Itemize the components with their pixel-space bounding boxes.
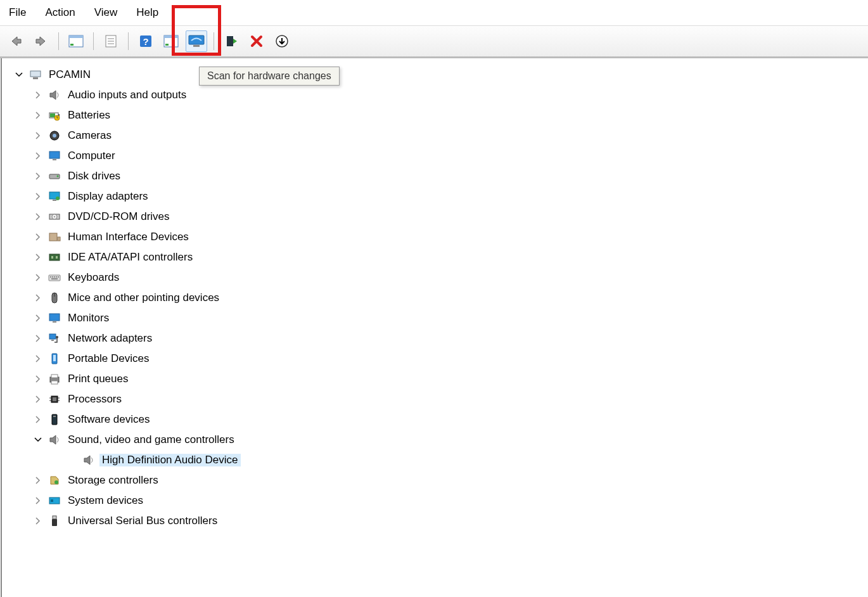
tree-item-label[interactable]: DVD/CD-ROM drives — [65, 210, 172, 223]
tree-item[interactable]: Monitors — [29, 308, 865, 328]
svg-point-27 — [57, 176, 59, 177]
tree-item[interactable]: Batteries — [29, 105, 865, 125]
tree-item-label[interactable]: IDE ATA/ATAPI controllers — [65, 251, 195, 264]
portable-icon — [48, 352, 61, 366]
tree-item-label[interactable]: Cameras — [65, 129, 114, 142]
svg-rect-24 — [49, 151, 60, 158]
tree-item[interactable]: Audio inputs and outputs — [29, 85, 865, 105]
chevron-down-icon[interactable] — [32, 434, 44, 446]
chevron-right-icon[interactable] — [32, 515, 44, 527]
tree-item[interactable]: Storage controllers — [29, 470, 865, 491]
chevron-right-icon[interactable] — [32, 252, 44, 263]
tree-item[interactable]: Cameras — [29, 125, 865, 146]
chevron-right-icon[interactable] — [32, 211, 44, 222]
tree-item-label[interactable]: Batteries — [65, 109, 113, 122]
chevron-right-icon[interactable] — [32, 333, 44, 344]
tree-item-label[interactable]: Monitors — [65, 312, 112, 324]
device-tree[interactable]: PCAMIN Audio inputs and outputsBatteries… — [1, 58, 868, 597]
tree-item-label[interactable]: Keyboards — [65, 271, 122, 284]
add-legacy-button[interactable] — [220, 30, 242, 52]
speaker-icon — [48, 433, 61, 447]
svg-rect-45 — [51, 278, 58, 279]
tree-item-label[interactable]: Print queues — [65, 373, 131, 385]
tree-item[interactable]: System devices — [29, 491, 865, 511]
tree-item-label[interactable]: Disk drives — [65, 170, 123, 183]
chevron-right-icon[interactable] — [32, 272, 44, 283]
tree-item[interactable]: Network adapters — [29, 328, 865, 349]
menu-action[interactable]: Action — [41, 5, 79, 20]
tree-root[interactable]: PCAMIN — [10, 65, 865, 85]
tree-item[interactable]: Print queues — [29, 369, 865, 389]
menu-help[interactable]: Help — [132, 5, 162, 20]
cpu-icon — [48, 392, 61, 406]
tree-item-label[interactable]: Portable Devices — [65, 352, 152, 365]
chevron-right-icon[interactable] — [32, 394, 44, 405]
svg-rect-35 — [58, 237, 60, 241]
disable-button[interactable] — [271, 30, 293, 52]
tree-item-label[interactable]: Human Interface Devices — [65, 231, 191, 243]
svg-point-52 — [56, 336, 58, 338]
tree-item-label[interactable]: Sound, video and game controllers — [65, 433, 237, 446]
scan-button[interactable] — [186, 30, 207, 52]
chevron-right-icon[interactable] — [32, 373, 44, 385]
tree-item-label[interactable]: Display adapters — [65, 190, 151, 203]
back-button[interactable] — [5, 30, 27, 52]
chevron-right-icon[interactable] — [32, 292, 44, 304]
forward-button[interactable] — [30, 30, 52, 52]
menu-view[interactable]: View — [91, 5, 122, 20]
dvd-icon — [48, 210, 61, 224]
monitor-icon — [48, 149, 61, 163]
tree-item-label[interactable]: Computer — [65, 150, 118, 162]
chevron-right-icon[interactable] — [32, 312, 44, 324]
update-driver-button[interactable] — [160, 30, 182, 52]
tree-item-label[interactable]: Software devices — [65, 413, 152, 426]
tree-item[interactable]: Mice and other pointing devices — [29, 288, 865, 308]
menu-file[interactable]: File — [5, 5, 30, 20]
tree-item-label[interactable]: Mice and other pointing devices — [65, 292, 222, 304]
tree-item-label[interactable]: High Definition Audio Device — [99, 454, 241, 466]
tree-item-label[interactable]: Storage controllers — [65, 474, 161, 487]
tree-item[interactable]: Processors — [29, 389, 865, 409]
tree-root-label[interactable]: PCAMIN — [46, 68, 93, 81]
svg-rect-37 — [51, 256, 53, 259]
tree-item[interactable]: DVD/CD-ROM drives — [29, 207, 865, 227]
tree-item[interactable]: Portable Devices — [29, 349, 865, 369]
svg-rect-48 — [49, 314, 60, 321]
tree-item[interactable]: Software devices — [29, 409, 865, 430]
chevron-right-icon[interactable] — [32, 130, 44, 141]
tree-item[interactable]: Disk drives — [29, 166, 865, 186]
tree-item[interactable]: High Definition Audio Device — [63, 450, 865, 470]
chevron-right-icon[interactable] — [32, 475, 44, 486]
tree-item-label[interactable]: Universal Serial Bus controllers — [65, 515, 220, 527]
chevron-right-icon[interactable] — [32, 89, 44, 101]
ide-icon — [48, 250, 61, 264]
chevron-down-icon[interactable] — [13, 69, 25, 80]
tree-item[interactable]: Sound, video and game controllers — [29, 430, 865, 450]
tree-item[interactable]: Computer — [29, 146, 865, 166]
tree-spacer — [67, 454, 78, 466]
chevron-right-icon[interactable] — [32, 231, 44, 243]
chevron-right-icon[interactable] — [32, 110, 44, 121]
chevron-right-icon[interactable] — [32, 170, 44, 182]
tree-item[interactable]: Universal Serial Bus controllers — [29, 511, 865, 531]
chevron-right-icon[interactable] — [32, 495, 44, 506]
chevron-right-icon[interactable] — [32, 353, 44, 364]
network-icon — [48, 331, 61, 345]
tree-item[interactable]: IDE ATA/ATAPI controllers — [29, 247, 865, 267]
tree-item-label[interactable]: Network adapters — [65, 332, 155, 345]
chevron-right-icon[interactable] — [32, 150, 44, 162]
help-button[interactable]: ? — [135, 30, 156, 52]
tree-item[interactable]: Display adapters — [29, 186, 865, 207]
tree-item-label[interactable]: Audio inputs and outputs — [65, 89, 189, 101]
uninstall-button[interactable] — [246, 30, 267, 52]
show-hidden-button[interactable] — [65, 30, 87, 52]
tree-item[interactable]: Human Interface Devices — [29, 227, 865, 247]
svg-point-66 — [54, 480, 58, 484]
tree-item-label[interactable]: Processors — [65, 393, 124, 406]
tree-item[interactable]: Keyboards — [29, 267, 865, 288]
chevron-right-icon[interactable] — [32, 414, 44, 425]
chevron-right-icon[interactable] — [32, 191, 44, 202]
properties-button[interactable] — [100, 30, 122, 52]
svg-rect-36 — [49, 254, 60, 260]
tree-item-label[interactable]: System devices — [65, 494, 146, 507]
